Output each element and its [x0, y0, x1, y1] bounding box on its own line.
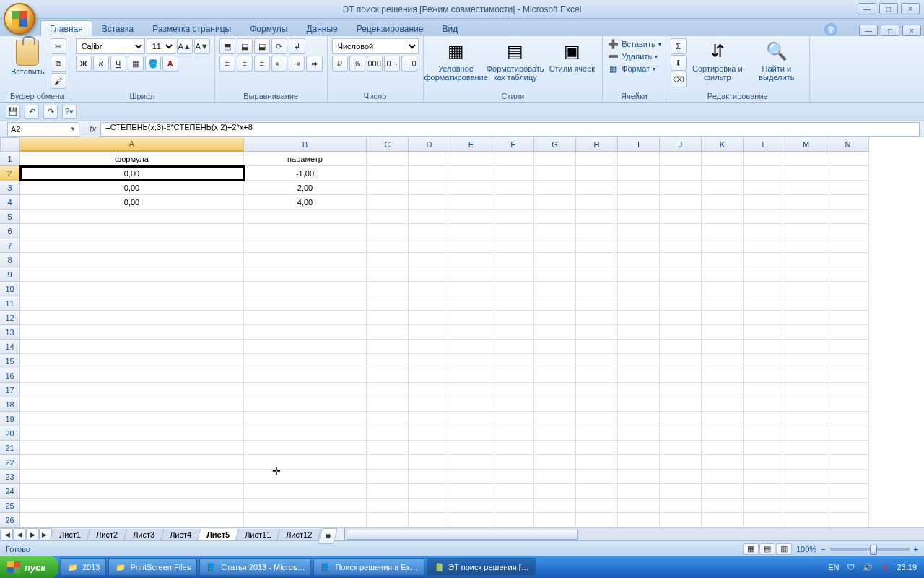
cell[interactable] — [827, 484, 869, 499]
cell[interactable] — [492, 166, 534, 181]
cell[interactable]: 4,00 — [244, 195, 367, 210]
taskbar-item[interactable]: 📘Поиск решения в Ex… — [313, 558, 424, 576]
cell[interactable] — [450, 311, 492, 325]
cell[interactable] — [409, 152, 450, 166]
cell[interactable] — [492, 455, 534, 470]
cell[interactable] — [534, 470, 576, 484]
horizontal-scrollbar[interactable] — [344, 528, 924, 540]
cell[interactable] — [660, 195, 702, 210]
cell[interactable] — [618, 224, 660, 238]
cell[interactable] — [367, 340, 409, 354]
cell[interactable] — [660, 441, 702, 455]
cell[interactable] — [576, 210, 618, 224]
ribbon-tab-вставка[interactable]: Вставка — [92, 20, 144, 36]
row-header[interactable]: 22 — [0, 455, 20, 470]
cell[interactable] — [827, 195, 869, 210]
cell[interactable] — [534, 253, 576, 267]
cell[interactable] — [785, 224, 827, 238]
cell[interactable] — [409, 325, 450, 340]
cell[interactable] — [450, 354, 492, 368]
cell[interactable] — [450, 368, 492, 383]
tray-icon[interactable]: 🔊 — [862, 561, 873, 573]
cell[interactable] — [702, 354, 744, 368]
cell[interactable] — [20, 354, 244, 368]
fx-icon[interactable]: fx — [90, 124, 96, 134]
cell[interactable] — [244, 296, 367, 311]
normal-view-button[interactable]: ▦ — [743, 543, 759, 555]
cell[interactable] — [660, 325, 702, 340]
orientation-button[interactable]: ⟳ — [271, 38, 287, 54]
cell[interactable] — [744, 513, 785, 527]
cell[interactable] — [409, 181, 450, 195]
cell[interactable] — [744, 195, 785, 210]
cell[interactable] — [618, 253, 660, 267]
cell[interactable] — [576, 325, 618, 340]
page-break-view-button[interactable]: ▥ — [776, 543, 792, 555]
cell[interactable]: 0,00 — [20, 166, 244, 181]
office-button[interactable] — [4, 3, 35, 35]
cell[interactable] — [827, 325, 869, 340]
cell[interactable] — [827, 224, 869, 238]
cell[interactable] — [492, 296, 534, 311]
cell[interactable] — [492, 441, 534, 455]
decrease-indent-button[interactable]: ⇤ — [271, 56, 287, 72]
row-header[interactable]: 1 — [0, 152, 20, 166]
cell[interactable] — [785, 383, 827, 397]
cell[interactable] — [450, 455, 492, 470]
tray-icon[interactable]: 🛡 — [845, 561, 856, 573]
taskbar-item[interactable]: 📗ЭТ поиск решения [… — [427, 558, 536, 576]
cell[interactable] — [534, 238, 576, 253]
minimize-button[interactable]: — — [858, 3, 876, 14]
cell[interactable] — [785, 441, 827, 455]
select-all-corner[interactable] — [0, 137, 20, 152]
taskbar-item[interactable]: 📁2013 — [61, 558, 106, 576]
cell[interactable] — [660, 455, 702, 470]
cell[interactable] — [660, 311, 702, 325]
cell[interactable] — [534, 412, 576, 426]
ribbon-tab-формулы[interactable]: Формулы — [240, 20, 297, 36]
copy-button[interactable]: ⧉ — [51, 56, 66, 72]
row-header[interactable]: 23 — [0, 470, 20, 484]
cell[interactable] — [492, 282, 534, 296]
cell[interactable] — [744, 325, 785, 340]
cell[interactable] — [618, 152, 660, 166]
zoom-slider[interactable] — [830, 548, 910, 551]
cell[interactable] — [660, 426, 702, 441]
cell[interactable] — [744, 181, 785, 195]
cell[interactable] — [534, 152, 576, 166]
cell[interactable] — [367, 368, 409, 383]
cell[interactable] — [785, 455, 827, 470]
cell[interactable] — [20, 282, 244, 296]
fill-color-button[interactable]: 🪣 — [145, 56, 161, 72]
cell[interactable] — [744, 210, 785, 224]
cell[interactable] — [702, 210, 744, 224]
cell[interactable] — [367, 426, 409, 441]
cell[interactable] — [702, 195, 744, 210]
row-header[interactable]: 15 — [0, 354, 20, 368]
cell[interactable] — [409, 368, 450, 383]
cell[interactable] — [534, 296, 576, 311]
percent-button[interactable]: % — [349, 56, 365, 72]
increase-font-button[interactable]: A▲ — [177, 38, 193, 54]
cell[interactable] — [367, 499, 409, 513]
column-header[interactable]: A — [20, 137, 244, 152]
formula-input[interactable]: =СТЕПЕНЬ(x;3)-5*СТЕПЕНЬ(x;2)+2*x+8 — [100, 122, 920, 137]
cell[interactable] — [785, 499, 827, 513]
column-header[interactable]: F — [492, 137, 534, 152]
cell[interactable] — [450, 470, 492, 484]
cell-styles-button[interactable]: ▣Стили ячеек — [546, 38, 598, 74]
cell[interactable] — [492, 210, 534, 224]
cell[interactable] — [785, 210, 827, 224]
cell[interactable] — [534, 513, 576, 527]
cell[interactable] — [827, 282, 869, 296]
cell[interactable] — [660, 253, 702, 267]
cell[interactable] — [618, 354, 660, 368]
cell[interactable] — [744, 368, 785, 383]
align-middle-button[interactable]: ⬓ — [237, 38, 253, 54]
align-bottom-button[interactable]: ⬓ — [254, 38, 270, 54]
align-left-button[interactable]: ≡ — [219, 56, 235, 72]
tray-icon[interactable]: K — [879, 561, 891, 573]
cell[interactable] — [785, 484, 827, 499]
cell[interactable] — [576, 354, 618, 368]
cell[interactable] — [744, 470, 785, 484]
